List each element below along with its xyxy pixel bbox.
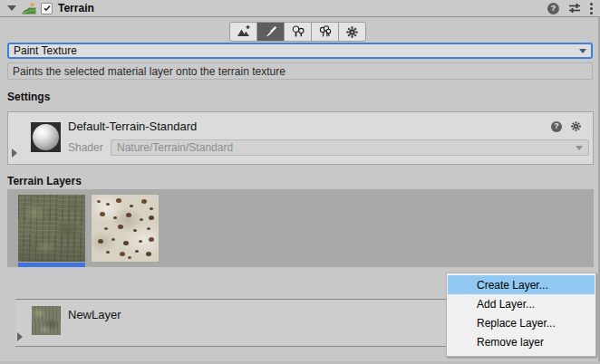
terrain-inspector: Terrain ? xyxy=(0,0,600,364)
presets-icon[interactable] xyxy=(568,3,581,14)
paint-mode-value: Paint Texture xyxy=(14,44,77,57)
terrain-component-icon xyxy=(22,2,36,15)
chevron-down-icon xyxy=(576,146,583,150)
material-gear-icon[interactable] xyxy=(570,120,582,132)
selected-layer-indicator xyxy=(18,263,85,267)
tool-create-neighbor-terrains-button[interactable] xyxy=(229,22,257,42)
chevron-down-icon xyxy=(579,49,586,53)
menu-item-remove-layer[interactable]: Remove layer xyxy=(448,332,595,351)
component-header: Terrain ? xyxy=(0,0,600,17)
component-foldout-icon[interactable] xyxy=(7,5,16,11)
shader-value: Nature/Terrain/Standard xyxy=(117,141,233,154)
help-icon[interactable]: ? xyxy=(547,3,559,14)
paintbrush-icon xyxy=(264,25,277,39)
layer-thumbnail-rock[interactable] xyxy=(92,195,159,262)
enabled-checkbox[interactable] xyxy=(41,3,53,14)
material-name: Default-Terrain-Standard xyxy=(68,120,197,133)
material-sphere-icon xyxy=(33,124,59,150)
terrain-layers-section-label: Terrain Layers xyxy=(7,175,82,187)
checkmark-icon xyxy=(43,4,52,13)
new-layer-foldout-icon[interactable] xyxy=(17,332,23,341)
shader-label: Shader xyxy=(68,141,103,154)
terrain-layers-palette xyxy=(7,189,594,267)
tool-paint-trees-button[interactable] xyxy=(284,22,312,42)
rock-speckles xyxy=(97,200,101,203)
layer-context-menu: Create Layer... Add Layer... Replace Lay… xyxy=(446,273,596,357)
material-foldout-icon[interactable] xyxy=(12,148,17,158)
new-layer-thumbnail[interactable] xyxy=(32,306,61,335)
terrain-tool-toolbar xyxy=(229,22,366,42)
new-layer-name: NewLayer xyxy=(68,308,121,321)
layer-thumbnail-grass[interactable] xyxy=(18,195,85,262)
mode-description-helpbox: Paints the selected material layer onto … xyxy=(7,62,593,80)
menu-item-add-layer[interactable]: Add Layer... xyxy=(448,294,595,313)
grass-details-icon xyxy=(318,24,333,39)
paint-mode-dropdown[interactable]: Paint Texture xyxy=(7,43,593,59)
mode-description-text: Paints the selected material layer onto … xyxy=(13,65,285,78)
trees-icon xyxy=(291,24,305,39)
settings-section-label: Settings xyxy=(7,91,50,103)
menu-item-create-layer[interactable]: Create Layer... xyxy=(448,275,595,294)
mountain-plus-icon xyxy=(237,24,251,39)
material-preview[interactable] xyxy=(31,122,61,152)
tool-paint-details-button[interactable] xyxy=(311,22,339,42)
tool-paint-terrain-button[interactable] xyxy=(256,22,285,42)
material-editor-box: Default-Terrain-Standard Shader Nature/T… xyxy=(7,111,594,165)
component-title: Terrain xyxy=(58,2,94,14)
tool-terrain-settings-button[interactable] xyxy=(338,22,366,42)
menu-item-replace-layer[interactable]: Replace Layer... xyxy=(448,313,595,332)
shader-dropdown: Nature/Terrain/Standard xyxy=(111,139,589,156)
kebab-menu-icon[interactable] xyxy=(590,3,593,14)
gear-icon xyxy=(345,25,359,39)
material-help-icon[interactable]: ? xyxy=(551,121,562,132)
